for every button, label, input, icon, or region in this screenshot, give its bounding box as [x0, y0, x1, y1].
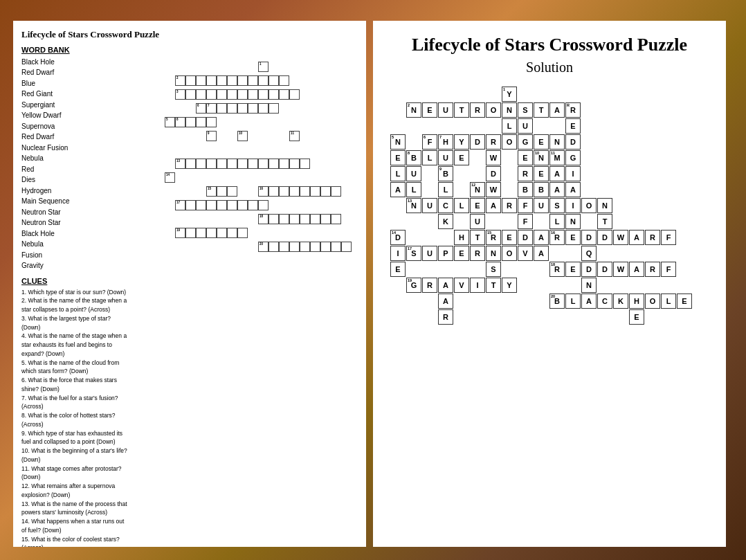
cell-7-6 — [248, 103, 258, 114]
left-panel: Lifecycle of Stars Crossword Puzzle WORD… — [13, 21, 366, 547]
sol-8-B: 8B — [406, 150, 421, 165]
sol-H: H — [454, 230, 469, 245]
sol-F: F — [518, 214, 533, 229]
sol-2-O: O — [486, 102, 501, 118]
cell-18-1: 18 — [258, 214, 269, 224]
sol-2-A: A — [549, 102, 565, 118]
sol-19-R: R — [422, 278, 437, 293]
sol-18-D2: D — [597, 262, 612, 277]
word-bank-list: Black Hole Red Dwarf Blue Red Giant Supe… — [21, 57, 129, 271]
cell-17-4 — [206, 200, 217, 210]
cell-19-6 — [227, 228, 237, 238]
cell-15-3 — [227, 186, 237, 197]
cell-18-4 — [289, 214, 300, 224]
cell-10-1: 10 — [237, 131, 248, 141]
sol-U: U — [518, 118, 533, 134]
cell-13-11 — [279, 159, 289, 169]
cell-16-3 — [279, 186, 289, 197]
cell-8-1: 8 — [175, 117, 185, 127]
cell-3-11 — [279, 89, 289, 100]
cell-3-3 — [196, 89, 206, 100]
sol-13-F: F — [518, 198, 533, 213]
sol-13-C: C — [438, 198, 453, 213]
sol-20-K: K — [613, 293, 628, 309]
sol-16-D2: D — [597, 230, 612, 245]
sol-17-A: A — [534, 246, 549, 261]
sol-3-I: I — [565, 166, 581, 181]
sol-20-L: L — [661, 293, 676, 309]
sol-K: K — [438, 214, 453, 229]
sol-6-F: 6F — [422, 134, 437, 150]
cell-17-3 — [196, 200, 206, 210]
cell-20-1: 20 — [258, 242, 269, 252]
cell-18-8 — [331, 214, 341, 224]
sol-16-E: E — [565, 230, 581, 245]
sol-2-T: T — [454, 102, 469, 118]
left-title: Lifecycle of Stars Crossword Puzzle — [21, 29, 358, 40]
sol-18-A: A — [629, 262, 644, 277]
cell-7-2: 7 — [206, 103, 217, 114]
cell-17-7 — [237, 200, 248, 210]
sol-1-L: L — [502, 118, 517, 134]
cell-20-7 — [320, 242, 331, 252]
sol-L2: L — [438, 182, 453, 197]
cell-8-4 — [206, 117, 217, 127]
sol-18-F: F — [661, 262, 676, 277]
cell-13-5 — [217, 159, 227, 169]
sol-2-N: N — [502, 102, 517, 118]
sol-16-R: 16R — [549, 230, 565, 245]
main-container: Lifecycle of Stars Crossword Puzzle WORD… — [13, 21, 733, 547]
clues-title: CLUES — [21, 277, 129, 285]
sol-N: N — [565, 214, 581, 229]
sol-17-U: U — [422, 246, 437, 261]
sol-2-S: S — [518, 102, 533, 118]
cell-13-7 — [237, 159, 248, 169]
cell-19-1: 19 — [175, 228, 185, 238]
cell-11-1: 11 — [289, 131, 300, 141]
cell-2-9 — [258, 75, 269, 86]
sol-7-O: O — [502, 134, 517, 150]
sol-20-E: E — [677, 293, 692, 309]
cell-20-3 — [279, 242, 289, 252]
sol-2-U: U — [438, 102, 453, 118]
right-title: Lifecycle of Stars Crossword Puzzle — [412, 35, 687, 55]
sol-20-C: C — [597, 293, 612, 309]
cell-2-10 — [269, 75, 279, 86]
sol-11-A2: A — [549, 182, 565, 197]
cell-16-6 — [310, 186, 320, 197]
cell-3-7 — [237, 89, 248, 100]
sol-L3: L — [549, 214, 565, 229]
sol-20-A: A — [581, 293, 597, 309]
cell-13-1: 13 — [175, 159, 185, 169]
cell-16-4 — [289, 186, 300, 197]
cell-19-2 — [185, 228, 196, 238]
cell-16-2 — [269, 186, 279, 197]
sol-E2: E — [629, 309, 644, 325]
cell-1-1: 1 — [258, 62, 269, 72]
sol-13-N2: N — [597, 198, 612, 213]
sol-S: S — [486, 262, 501, 277]
cell-3-1: 3 — [175, 89, 185, 100]
cell-7-7 — [258, 103, 269, 114]
cell-13-13 — [300, 159, 310, 169]
cell-16-5 — [300, 186, 310, 197]
sol-10-B: B — [534, 182, 549, 197]
sol-7-R: R — [486, 134, 501, 150]
cell-18-2 — [269, 214, 279, 224]
sol-W2: W — [486, 182, 501, 197]
cell-17-8 — [248, 200, 258, 210]
sol-16-A: A — [629, 230, 644, 245]
cell-20-4 — [289, 242, 300, 252]
clues-section: CLUES 1. Which type of star is our sun? … — [21, 277, 129, 547]
sol-20-L: L — [565, 293, 581, 309]
sol-13-A: A — [486, 198, 501, 213]
sol-7-Y: Y — [454, 134, 469, 150]
cell-20-8 — [331, 242, 341, 252]
cell-20-5 — [300, 242, 310, 252]
cell-8-3 — [196, 117, 206, 127]
cell-15-1: 15 — [206, 186, 217, 197]
sol-13-R: R — [502, 198, 517, 213]
sol-2-R: R — [470, 102, 485, 118]
cell-7-5 — [237, 103, 248, 114]
cell-17-2 — [185, 200, 196, 210]
